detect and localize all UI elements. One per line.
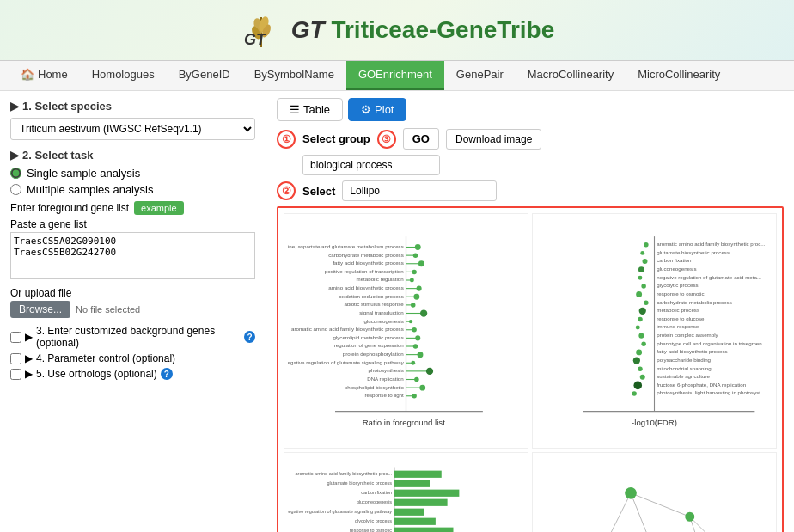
example-button[interactable]: example <box>134 201 184 215</box>
nav-goenrichment[interactable]: GOEnrichment <box>346 61 444 90</box>
svg-rect-131 <box>394 490 460 497</box>
nav-microcollinearity[interactable]: MicroCollinearity <box>626 61 732 90</box>
tab-row: ☰ Table ⚙ Plot <box>277 98 784 121</box>
nav-homologues-label: Homologues <box>92 68 155 81</box>
plot-icon: ⚙ <box>361 103 371 116</box>
svg-rect-133 <box>394 509 424 516</box>
section5-label: 5. Use orthologs (optional) <box>36 368 157 380</box>
svg-rect-132 <box>394 499 448 506</box>
svg-point-101 <box>636 349 642 355</box>
svg-point-45 <box>420 309 427 316</box>
svg-rect-129 <box>394 471 442 478</box>
go-button[interactable]: GO <box>403 128 439 150</box>
nav-homologues[interactable]: Homologues <box>80 61 167 90</box>
group-input[interactable] <box>302 155 440 175</box>
no-file-label: No file selected <box>76 304 140 315</box>
svg-text:aromatic amino acid family bio: aromatic amino acid family biosynthetic … <box>291 326 404 332</box>
svg-text:carbohydrate metabolic process: carbohydrate metabolic process <box>657 299 731 305</box>
svg-text:glutamate biosynthetic process: glutamate biosynthetic process <box>657 249 730 255</box>
nav-genepair[interactable]: GenePair <box>444 61 516 90</box>
download-image-button[interactable]: Download image <box>446 129 541 150</box>
section5-checkbox[interactable] <box>10 369 21 380</box>
triangle-icon-1: ▶ <box>10 100 19 113</box>
bar-chart-svg: -log10(FDR) aromatic amino acid family b… <box>288 456 524 532</box>
svg-rect-135 <box>394 528 454 532</box>
svg-text:-log10(FDR): -log10(FDR) <box>632 418 677 427</box>
svg-point-29 <box>415 244 421 250</box>
nav-home-label: Home <box>38 68 68 81</box>
nav-goenrichment-label: GOEnrichment <box>358 68 432 81</box>
nav-bygeneid-label: ByGeneID <box>179 68 230 81</box>
gene-textarea[interactable]: TraesCS5A02G090100 TraesCS5B02G242700 <box>10 232 255 279</box>
nav-macrocollinearity[interactable]: MacroCollinearity <box>516 61 626 90</box>
svg-text:photosynthesis: photosynthesis <box>369 367 404 373</box>
svg-point-55 <box>418 352 424 358</box>
dot-chart-panel: -log10(FDR) aromatic amino acid family b… <box>532 213 777 449</box>
svg-point-95 <box>644 300 649 305</box>
select-type-input[interactable] <box>342 180 497 201</box>
radio-single[interactable]: Single sample analysis <box>10 167 255 180</box>
section3-checkbox[interactable] <box>10 332 21 343</box>
svg-point-90 <box>642 259 647 264</box>
circle-num-3: ③ <box>377 130 396 149</box>
tab-plot[interactable]: ⚙ Plot <box>348 98 406 121</box>
svg-text:sustainable agriculture: sustainable agriculture <box>657 373 710 379</box>
circle-num-2: ② <box>277 181 296 200</box>
section4: ▶ 4. Parameter control (optional) <box>10 352 255 364</box>
lollipop-chart-svg: Ratio in foreground list alanine, aspart… <box>288 217 524 444</box>
svg-point-88 <box>644 242 649 248</box>
svg-point-41 <box>413 294 419 300</box>
dot-chart-svg: -log10(FDR) aromatic amino acid family b… <box>536 217 773 444</box>
svg-text:glycerolipid metabolic process: glycerolipid metabolic process <box>333 334 403 340</box>
species-select[interactable]: Triticum aestivum (IWGSC RefSeqv1.1) <box>10 118 255 140</box>
svg-text:response to osmotic: response to osmotic <box>657 290 704 297</box>
browse-button[interactable]: Browse... <box>10 301 70 318</box>
nav-bygeneid[interactable]: ByGeneID <box>167 61 242 90</box>
triangle-icon-2: ▶ <box>10 149 19 162</box>
svg-point-35 <box>412 270 417 275</box>
plot-container: Ratio in foreground list alanine, aspart… <box>277 206 784 532</box>
svg-point-92 <box>638 276 643 280</box>
radio-multiple-input[interactable] <box>10 184 21 195</box>
tab-table[interactable]: ☰ Table <box>277 98 343 121</box>
svg-text:abiotic stimulus response: abiotic stimulus response <box>344 301 404 307</box>
svg-text:carbon fixation: carbon fixation <box>657 257 692 263</box>
network-chart-panel <box>532 452 777 532</box>
section5-help-icon[interactable]: ? <box>161 368 173 380</box>
svg-point-172 <box>685 512 694 522</box>
section3-help-icon[interactable]: ? <box>244 331 255 343</box>
svg-text:signal transduction: signal transduction <box>359 309 404 315</box>
svg-text:aromatic amino acid family bio: aromatic amino acid family biosynthetic … <box>296 471 393 476</box>
section5: ▶ 5. Use orthologs (optional) ? <box>10 368 255 380</box>
logo-area: GT GT Triticeae-GeneTribe <box>240 9 555 52</box>
left-panel: ▶ 1. Select species Triticum aestivum (I… <box>0 91 266 532</box>
main-nav: 🏠 Home Homologues ByGeneID BySymbolName … <box>0 61 794 91</box>
svg-text:carbon fixation: carbon fixation <box>361 490 392 495</box>
svg-point-47 <box>409 320 412 323</box>
svg-point-61 <box>414 377 419 382</box>
section4-checkbox[interactable] <box>10 353 21 364</box>
nav-home[interactable]: 🏠 Home <box>9 61 80 90</box>
circle-num-1: ① <box>277 130 296 149</box>
nav-bysymbolname-label: BySymbolName <box>254 68 334 81</box>
svg-text:gluconeogenesis: gluconeogenesis <box>657 266 696 272</box>
svg-text:phospholipid biosynthetic: phospholipid biosynthetic <box>345 384 404 390</box>
svg-text:immune response: immune response <box>657 323 699 329</box>
radio-multiple[interactable]: Multiple samples analysis <box>10 183 255 196</box>
site-title: GT Triticeae-GeneTribe <box>291 16 555 44</box>
section4-label: 4. Parameter control (optional) <box>36 352 175 364</box>
controls-row-1: ① Select group ③ GO Download image <box>277 128 784 150</box>
svg-text:oxidation-reduction process: oxidation-reduction process <box>339 293 403 299</box>
svg-text:response to light: response to light <box>364 392 404 398</box>
nav-bysymbolname[interactable]: BySymbolName <box>242 61 346 90</box>
svg-point-94 <box>636 291 642 297</box>
radio-single-input[interactable] <box>10 168 21 179</box>
svg-text:regulation of gene expression: regulation of gene expression <box>334 342 405 348</box>
upload-label: Or upload file <box>10 287 255 299</box>
svg-point-102 <box>633 357 640 364</box>
upload-row: Browse... No file selected <box>10 301 255 318</box>
svg-line-151 <box>690 517 725 533</box>
right-panel: ☰ Table ⚙ Plot ① Select group ③ GO Downl… <box>266 91 794 532</box>
nav-macrocollinearity-label: MacroCollinearity <box>528 68 614 81</box>
controls-row-2: ② Select <box>277 180 784 201</box>
